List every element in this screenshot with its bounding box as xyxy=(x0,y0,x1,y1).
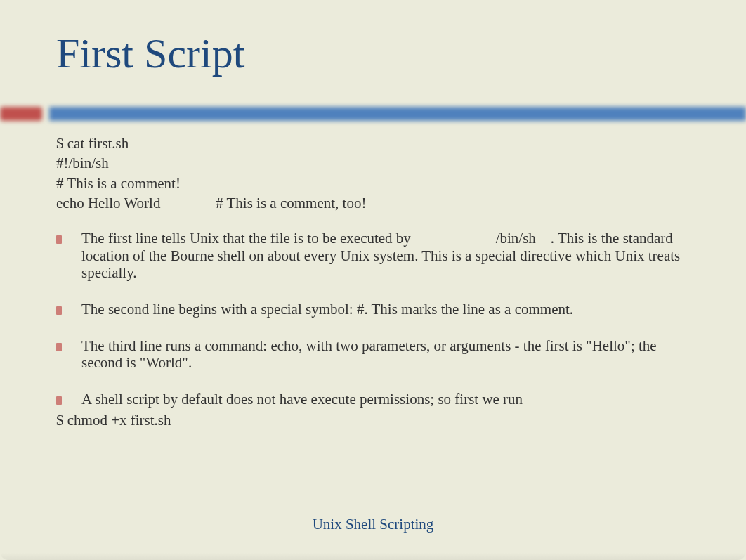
bullet-marker-icon xyxy=(56,235,62,244)
code-line-shebang: #!/bin/sh xyxy=(56,153,690,173)
code-line-echo: echo Hello World # This is a comment, to… xyxy=(56,193,690,213)
chmod-line: $ chmod +x first.sh xyxy=(56,410,690,430)
stripe-blue-segment xyxy=(49,107,746,121)
bullet-list: The first line tells Unix that the file … xyxy=(56,230,690,408)
slide-title: First Script xyxy=(0,0,746,78)
slide-footer: Unix Shell Scripting xyxy=(0,516,746,533)
bullet-text-4: A shell script by default does not have … xyxy=(81,391,523,408)
divider-stripe xyxy=(0,107,746,121)
bullet-text-2: The second line begins with a special sy… xyxy=(81,301,573,318)
code-line-comment: # This is a comment! xyxy=(56,174,690,193)
bullet-text-1: The first line tells Unix that the file … xyxy=(81,230,690,280)
bullet-marker-icon xyxy=(56,396,62,405)
bullet-item-3: The third line runs a command: echo, wit… xyxy=(56,337,690,371)
bullet-1-part1: The first line tells Unix that the file … xyxy=(81,230,414,247)
bullet-item-4: A shell script by default does not have … xyxy=(56,391,690,408)
bottom-shadow xyxy=(0,553,746,560)
bullet-item-1: The first line tells Unix that the file … xyxy=(56,230,690,280)
bullet-1-path: /bin/sh xyxy=(414,230,551,247)
code-line-cat: $ cat first.sh xyxy=(56,134,690,153)
bullet-marker-icon xyxy=(56,306,62,315)
bullet-text-3: The third line runs a command: echo, wit… xyxy=(81,337,690,371)
slide-content: $ cat first.sh #!/bin/sh # This is a com… xyxy=(56,134,690,431)
presentation-slide: First Script $ cat first.sh #!/bin/sh # … xyxy=(0,0,746,560)
stripe-red-segment xyxy=(0,107,42,121)
bullet-marker-icon xyxy=(56,343,62,351)
bullet-item-2: The second line begins with a special sy… xyxy=(56,301,690,318)
